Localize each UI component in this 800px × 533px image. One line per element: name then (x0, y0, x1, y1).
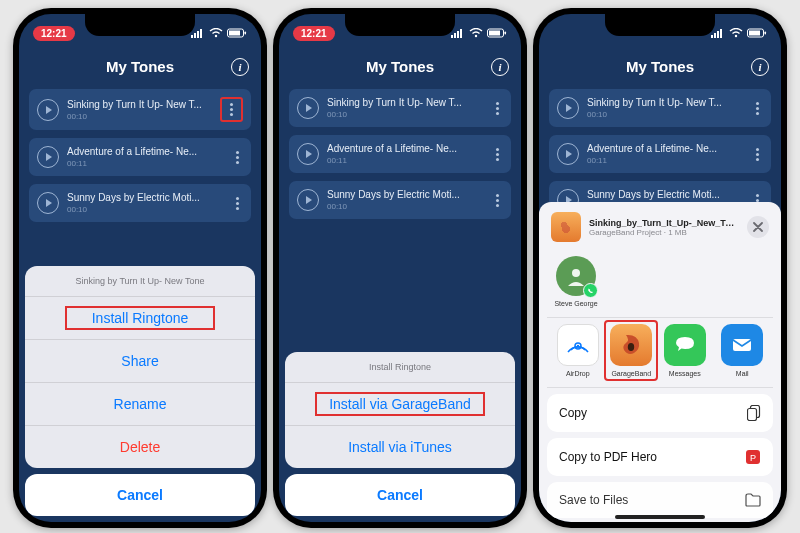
share-header-row: Sinking_by_Turn_It_Up-_New_Tone GarageBa… (547, 210, 773, 252)
tone-duration: 00:10 (587, 110, 744, 119)
more-button[interactable] (492, 144, 503, 165)
tone-duration: 00:10 (67, 112, 212, 121)
more-button[interactable] (220, 97, 243, 122)
garageband-icon (610, 324, 652, 366)
copy-action[interactable]: Copy (547, 394, 773, 432)
copy-pdf-hero-action[interactable]: Copy to PDF Hero P (547, 438, 773, 476)
install-itunes-action[interactable]: Install via iTunes (285, 426, 515, 468)
share-apps-row: AirDrop GarageBand Messages (547, 317, 773, 387)
svg-rect-23 (765, 32, 767, 35)
svg-rect-7 (245, 32, 247, 35)
share-file-name: Sinking_by_Turn_It_Up-_New_Tone (589, 218, 739, 228)
notch (605, 14, 715, 36)
tone-duration: 00:11 (327, 156, 484, 165)
tone-title: Adventure of a Lifetime- Ne... (327, 143, 484, 154)
action-label: Copy (559, 406, 587, 420)
tone-item[interactable]: Sunny Days by Electric Moti... 00:10 (29, 184, 251, 222)
tone-item[interactable]: Sinking by Turn It Up- New T... 00:10 (29, 89, 251, 130)
contact-name: Steve George (554, 300, 597, 307)
copy-icon (747, 405, 761, 421)
signal-icon (711, 28, 725, 38)
svg-rect-6 (229, 31, 240, 36)
cancel-button[interactable]: Cancel (285, 474, 515, 516)
tone-item[interactable]: Sunny Days by Electric Moti... 00:10 (289, 181, 511, 219)
status-icons (711, 28, 767, 38)
info-button[interactable]: i (491, 58, 509, 76)
svg-rect-18 (717, 31, 719, 38)
tone-duration: 00:10 (327, 110, 484, 119)
screen-header: My Tones i (539, 48, 781, 89)
whatsapp-badge-icon (583, 283, 598, 298)
notch (345, 14, 455, 36)
airdrop-icon (557, 324, 599, 366)
app-label: Mail (736, 370, 749, 377)
app-messages[interactable]: Messages (658, 324, 712, 377)
tone-item[interactable]: Sinking by Turn It Up- New T... 00:10 (289, 89, 511, 127)
svg-rect-2 (197, 31, 199, 38)
delete-action[interactable]: Delete (25, 426, 255, 468)
svg-rect-11 (460, 29, 462, 38)
close-button[interactable] (747, 216, 769, 238)
info-button[interactable]: i (231, 58, 249, 76)
app-label: Messages (669, 370, 701, 377)
share-action[interactable]: Share (25, 340, 255, 383)
share-file-subtitle: GarageBand Project · 1 MB (589, 228, 739, 237)
app-garageband[interactable]: GarageBand (604, 320, 658, 381)
home-indicator (615, 515, 705, 519)
play-button[interactable] (37, 192, 59, 214)
rename-action[interactable]: Rename (25, 383, 255, 426)
more-button[interactable] (752, 144, 763, 165)
notch (85, 14, 195, 36)
svg-rect-1 (194, 33, 196, 38)
action-sheet: Sinking by Turn It Up- New Tone Install … (19, 260, 261, 522)
more-button[interactable] (492, 190, 503, 211)
play-button[interactable] (297, 143, 319, 165)
status-time: 12:21 (33, 26, 75, 41)
save-to-files-action[interactable]: Save to Files (547, 482, 773, 518)
battery-icon (227, 28, 247, 38)
phone-frame-3: My Tones i Sinking by Turn It Up- New T.… (533, 8, 787, 528)
tone-item[interactable]: Sinking by Turn It Up- New T... 00:10 (549, 89, 771, 127)
info-button[interactable]: i (751, 58, 769, 76)
more-button[interactable] (492, 98, 503, 119)
play-button[interactable] (297, 97, 319, 119)
tone-item[interactable]: Adventure of a Lifetime- Ne... 00:11 (29, 138, 251, 176)
share-actions-list: Copy Copy to PDF Hero P Save to Files (547, 387, 773, 518)
svg-rect-10 (457, 31, 459, 38)
more-button[interactable] (232, 193, 243, 214)
messages-icon (664, 324, 706, 366)
tone-item[interactable]: Adventure of a Lifetime- Ne... 00:11 (549, 135, 771, 173)
app-airdrop[interactable]: AirDrop (551, 324, 605, 377)
play-button[interactable] (297, 189, 319, 211)
svg-point-26 (577, 345, 579, 347)
play-button[interactable] (557, 97, 579, 119)
svg-rect-30 (748, 409, 757, 421)
tone-title: Adventure of a Lifetime- Ne... (587, 143, 744, 154)
action-label: Copy to PDF Hero (559, 450, 657, 464)
tone-title: Sinking by Turn It Up- New T... (67, 99, 212, 110)
play-button[interactable] (557, 143, 579, 165)
play-button[interactable] (37, 146, 59, 168)
more-button[interactable] (232, 147, 243, 168)
tone-list: Sinking by Turn It Up- New T... 00:10 Ad… (19, 89, 261, 222)
screen-header: My Tones i (279, 48, 521, 89)
cancel-button[interactable]: Cancel (25, 474, 255, 516)
tone-title: Sinking by Turn It Up- New T... (327, 97, 484, 108)
svg-rect-8 (451, 35, 453, 38)
app-mail[interactable]: Mail (715, 324, 769, 377)
battery-icon (487, 28, 507, 38)
share-contact[interactable]: Steve George (551, 256, 601, 307)
install-ringtone-action[interactable]: Install Ringtone (25, 297, 255, 340)
share-sheet: Sinking_by_Turn_It_Up-_New_Tone GarageBa… (539, 202, 781, 522)
svg-rect-16 (711, 35, 713, 38)
pdf-hero-icon: P (745, 449, 761, 465)
tone-item[interactable]: Adventure of a Lifetime- Ne... 00:11 (289, 135, 511, 173)
tone-list: Sinking by Turn It Up- New T... 00:10 Ad… (279, 89, 521, 219)
action-sheet: Install Ringtone Install via GarageBand … (279, 346, 521, 522)
install-garageband-action[interactable]: Install via GarageBand (285, 383, 515, 426)
play-button[interactable] (37, 99, 59, 121)
more-button[interactable] (752, 98, 763, 119)
person-icon (565, 265, 587, 287)
mail-icon (721, 324, 763, 366)
contact-row: Steve George (547, 252, 773, 317)
